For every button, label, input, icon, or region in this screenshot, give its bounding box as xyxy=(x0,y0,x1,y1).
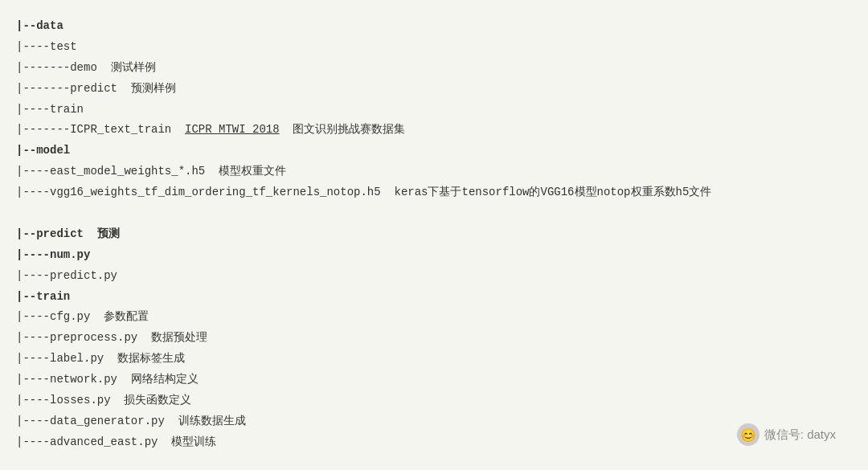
code-line: |----network.py 网络结构定义 xyxy=(16,370,852,390)
watermark-text: 微信号: datyx xyxy=(764,427,836,443)
code-line: |----data_generator.py 训练数据生成 xyxy=(16,411,852,432)
code-line: |----train xyxy=(16,100,852,121)
code-line: |----losses.py 损失函数定义 xyxy=(16,390,852,411)
code-line: |-------predict 预测样例 xyxy=(16,79,852,100)
code-line: |--predict 预测 xyxy=(16,224,852,245)
code-line: |----num.py xyxy=(16,245,852,266)
code-line: |----predict.py xyxy=(16,266,852,287)
watermark-icon: 😊 xyxy=(737,423,760,446)
code-line: |----vgg16_weights_tf_dim_ordering_tf_ke… xyxy=(16,182,852,203)
code-line: |--model xyxy=(16,141,852,161)
watermark: 😊 微信号: datyx xyxy=(737,423,836,446)
code-line: |--data xyxy=(16,16,852,37)
code-line: |--train xyxy=(16,287,852,308)
code-line: |----advanced_east.py 模型训练 xyxy=(16,432,852,453)
code-line: |----cfg.py 参数配置 xyxy=(16,307,852,328)
code-line: |-------demo 测试样例 xyxy=(16,58,852,79)
code-line: |----label.py 数据标签生成 xyxy=(16,349,852,370)
underlined-text: ICPR MTWI 2018 xyxy=(185,123,280,136)
code-line: |----test xyxy=(16,37,852,58)
code-line: |----east_model_weights_*.h5 模型权重文件 xyxy=(16,161,852,182)
empty-line xyxy=(16,203,852,224)
code-line: |-------ICPR_text_train ICPR MTWI 2018 图… xyxy=(16,120,852,141)
main-content: |--data|----test|-------demo 测试样例|------… xyxy=(16,16,852,453)
code-line: |----preprocess.py 数据预处理 xyxy=(16,328,852,349)
